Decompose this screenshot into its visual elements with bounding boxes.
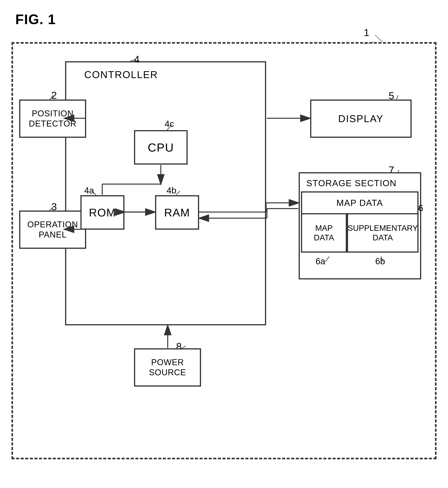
controller-label: CONTROLLER [84,69,158,80]
ref-number-4a: 4a [84,185,94,196]
ref-number-4: 4 [134,54,140,65]
supplementary-data-box: SUPPLEMENTARYDATA [347,214,418,253]
operation-panel-label: OPERATIONPANEL [27,220,78,240]
map-data-top-label: MAP DATA [336,198,383,208]
ref-number-4b: 4b [167,185,176,196]
power-source-box: POWERSOURCE [134,348,201,386]
supplementary-data-label: SUPPLEMENTARYDATA [347,223,418,243]
display-box: DISPLAY [310,100,412,138]
cpu-box: CPU [134,130,188,165]
map-data-bottom-left-label: MAPDATA [314,223,334,243]
controller-box [65,61,266,325]
rom-box: ROM [80,195,124,230]
ref-number-4c: 4c [165,119,174,129]
position-detector-label: POSITIONDETECTOR [29,109,76,129]
ram-box: RAM [155,195,199,230]
ram-label: RAM [164,206,190,219]
cpu-label: CPU [148,141,174,154]
ref-number-6a: 6a [315,256,325,266]
ref-number-6b: 6b [375,256,385,266]
power-source-label: POWERSOURCE [149,357,186,378]
map-data-top-box: MAP DATA [301,191,418,214]
svg-line-32 [375,35,383,42]
display-label: DISPLAY [338,113,384,124]
figure-title: FIG. 1 [15,11,56,27]
ref-number-6: 6 [418,203,423,213]
ref-number-1: 1 [364,27,369,38]
operation-panel-box: OPERATIONPANEL [19,211,86,249]
ref-number-2: 2 [51,90,57,101]
map-data-bottom-left-box: MAPDATA [301,214,347,253]
position-detector-box: POSITIONDETECTOR [19,100,86,138]
storage-section-label: STORAGE SECTION [306,178,397,188]
rom-label: ROM [89,206,116,219]
